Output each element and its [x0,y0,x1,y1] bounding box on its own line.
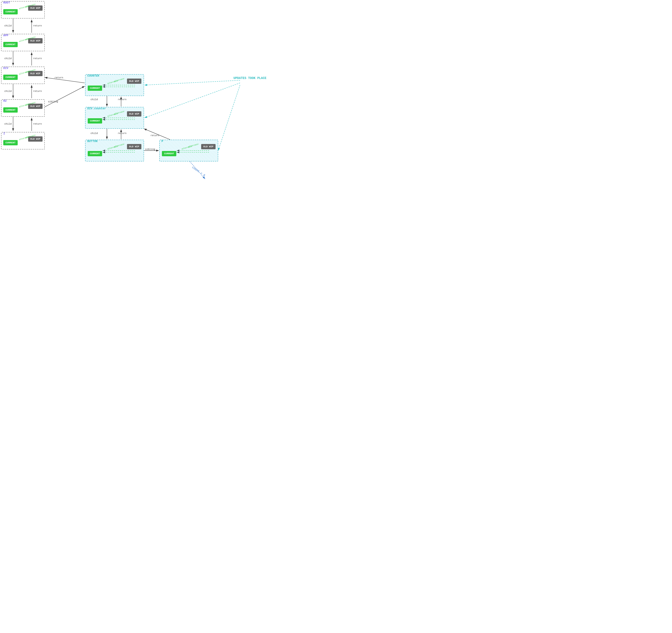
div-current: CURRENT [3,75,18,80]
app-node: APP OLD WIP CURRENT alternate alternate [1,34,45,51]
p-current: CURRENT [162,151,176,156]
div-title: DIV [3,67,8,70]
label-return-app-root: return [33,24,42,27]
app-title: APP [3,34,8,37]
label-return-h2-div: return [33,90,42,93]
count-label: count = 8 [191,166,206,177]
label-child-div-h2: child [4,90,11,93]
svg-line-40 [218,85,240,150]
label-return-button-divcounter: return [118,132,126,135]
svg-line-38 [144,80,240,85]
label-return-p-divcounter: return [150,134,159,137]
label-child-counter-divcounter: child [91,98,98,101]
i-current: CURRENT [3,140,18,145]
app-current: CURRENT [3,42,18,47]
root-node: ROOT OLD WIP CURRENT alternate alternate [1,1,45,19]
p-alt2: alternate [188,143,199,148]
label-return-div-app: return [33,57,42,60]
h2-current: CURRENT [3,107,18,113]
div-counter-alt2: alternate [114,111,125,115]
updates-label: UPDATES TOOK PLACE [234,76,266,80]
root-title: ROOT [3,1,10,4]
p-node: P OLD WIP CURRENT alternate alternate [159,140,218,162]
h2-node: H2 OLD WIP CURRENT alternate alternate [1,99,45,117]
counter-node: COUNTER OLD WIP CURRENT alternate altern… [85,74,144,96]
div-counter-current: CURRENT [88,118,102,123]
counter-oldwip: OLD WIP [127,78,141,84]
div-counter-title: DIV.counter [87,107,106,110]
label-return-divcounter-counter: return [118,98,126,101]
div-counter-node: DIV.counter OLD WIP CURRENT alternate al… [85,107,144,129]
h2-title: H2 [3,99,7,102]
label-child-app-div: child [4,57,11,60]
label-child-root-app: child [4,24,11,27]
button-node: BUTTON OLD WIP CURRENT alternate alterna… [85,140,144,162]
label-child-divcounter-button: child [91,132,98,135]
button-title: BUTTON [87,140,98,143]
div-node: DIV OLD WIP CURRENT alternate alternate [1,67,45,84]
root-current: CURRENT [3,9,18,15]
svg-line-39 [144,83,240,118]
button-alt2: alternate [114,143,125,148]
p-title: P [162,140,163,143]
label-child-h2-i: child [4,123,11,125]
counter-title: COUNTER [87,74,99,77]
div-counter-oldwip: OLD WIP [127,111,141,117]
counter-alt2: alternate [114,78,125,83]
label-sibling-button-p: sibling [145,148,155,150]
button-oldwip: OLD WIP [127,144,141,149]
p-oldwip: OLD WIP [201,144,216,149]
counter-current: CURRENT [88,86,102,91]
svg-line-35 [45,77,85,83]
svg-line-30 [45,86,85,107]
label-sibling-h2-counter: sibling [48,100,58,103]
button-current: CURRENT [88,151,102,156]
i-node: I OLD WIP CURRENT alternate alternate [1,132,45,149]
i-title: I [3,132,5,135]
label-return-i-h2: return [33,123,42,125]
label-return-counter-div: return [54,76,63,79]
